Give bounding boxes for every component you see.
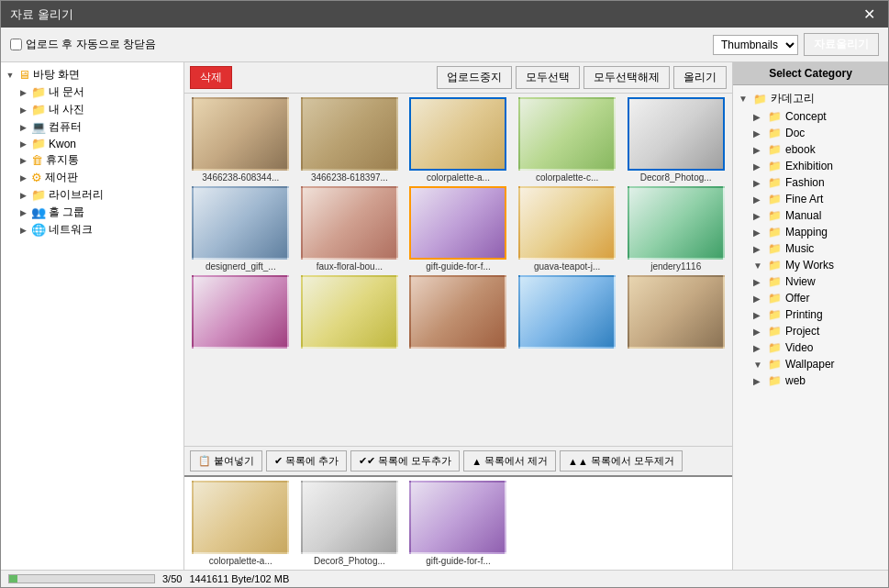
category-item[interactable]: ▼ 📁 My Works bbox=[751, 257, 884, 273]
select-all-button[interactable]: 모두선택 bbox=[516, 66, 580, 89]
bottom-image-cell[interactable]: colorpalette-a... bbox=[188, 481, 294, 566]
cat-expand-icon: ▼ bbox=[753, 360, 764, 370]
close-button[interactable]: ✕ bbox=[860, 6, 879, 23]
cat-expand-icon: ▶ bbox=[753, 178, 764, 188]
tree-item-documents[interactable]: ▶ 📁 내 문서 bbox=[17, 83, 180, 101]
cat-item-label: My Works bbox=[785, 259, 834, 272]
category-item[interactable]: ▶ 📁 Concept bbox=[751, 108, 884, 125]
tree-item-group[interactable]: ▶ 👥 홀 그룹 bbox=[17, 204, 180, 221]
category-item[interactable]: ▶ 📁 Doc bbox=[751, 125, 884, 141]
cat-item-label: Doc bbox=[785, 127, 805, 139]
auto-close-checkbox-label[interactable]: 업로드 후 자동으로 창닫음 bbox=[10, 37, 156, 52]
image-cell[interactable] bbox=[515, 275, 620, 350]
image-cell[interactable] bbox=[188, 275, 294, 350]
image-grid: 3466238-608344... 3466238-618397... colo… bbox=[188, 97, 728, 350]
expand-icon: ▶ bbox=[17, 207, 28, 218]
add-all-to-list-button[interactable]: ✔✔ 목록에 모두추가 bbox=[350, 450, 460, 472]
tree-item-trash[interactable]: ▶ 🗑 휴지통 bbox=[17, 151, 180, 169]
remove-icon: ▲ bbox=[472, 456, 482, 467]
category-item[interactable]: ▶ 📁 Nview bbox=[751, 273, 884, 290]
cat-expand-icon: ▶ bbox=[753, 343, 764, 353]
deselect-all-button[interactable]: 모두선택해제 bbox=[583, 66, 670, 89]
upload-button[interactable]: 자료올리기 bbox=[804, 33, 879, 56]
image-cell[interactable]: colorpalette-c... bbox=[515, 97, 620, 183]
cat-folder-icon: 📁 bbox=[768, 259, 782, 272]
image-cell[interactable]: designerd_gift_... bbox=[188, 186, 294, 272]
upload-files-button[interactable]: 올리기 bbox=[673, 66, 727, 89]
tree-item-network[interactable]: ▶ 🌐 네트워크 bbox=[17, 221, 180, 239]
image-thumbnail bbox=[409, 97, 506, 171]
expand-icon: ▶ bbox=[17, 190, 28, 201]
cat-expand-icon: ▶ bbox=[753, 327, 764, 337]
image-cell[interactable]: jendery1116 bbox=[623, 186, 728, 272]
image-cell[interactable]: gift-guide-for-f... bbox=[406, 186, 511, 272]
svg-rect-8 bbox=[521, 188, 614, 258]
cat-item-label: Manual bbox=[785, 209, 821, 222]
cat-item-label: Concept bbox=[785, 110, 827, 123]
category-item[interactable]: ▶ 📁 Fine Art bbox=[751, 191, 884, 207]
cat-item-label: Mapping bbox=[785, 226, 828, 239]
image-label: gift-guide-for-f... bbox=[426, 556, 491, 566]
expand-icon: ▶ bbox=[17, 87, 28, 98]
cat-folder-icon: 📁 bbox=[768, 209, 782, 222]
category-item[interactable]: ▼ 📁 Wallpaper bbox=[751, 356, 884, 372]
image-browser: 삭제 업로드중지 모두선택 모두선택해제 올리기 3466238-608344.… bbox=[184, 62, 732, 570]
tree-item-control[interactable]: ▶ ⚙ 제어판 bbox=[17, 169, 180, 186]
category-item[interactable]: ▶ 📁 Mapping bbox=[751, 224, 884, 240]
paste-button[interactable]: 📋 붙여넣기 bbox=[190, 450, 262, 472]
image-cell[interactable]: 3466238-618397... bbox=[297, 97, 403, 183]
desktop-label: 바탕 화면 bbox=[33, 67, 80, 83]
delete-button[interactable]: 삭제 bbox=[190, 66, 232, 89]
category-item[interactable]: ▶ 📁 Music bbox=[751, 240, 884, 257]
image-thumbnail bbox=[409, 481, 506, 554]
item-label: Kwon bbox=[49, 138, 76, 150]
main-window: 자료 올리기 ✕ 업로드 후 자동으로 창닫음 Thumbnails 자료올리기… bbox=[0, 0, 889, 588]
category-item[interactable]: ▶ 📁 Printing bbox=[751, 306, 884, 323]
auto-close-checkbox[interactable] bbox=[10, 39, 22, 50]
image-cell[interactable]: guava-teapot-j... bbox=[515, 186, 620, 272]
item-label: 네트워크 bbox=[49, 222, 93, 238]
stop-upload-button[interactable]: 업로드중지 bbox=[437, 66, 512, 89]
bottom-image-cell[interactable]: gift-guide-for-f... bbox=[406, 481, 511, 566]
category-item[interactable]: ▶ 📁 Video bbox=[751, 339, 884, 356]
expand-icon: ▶ bbox=[17, 105, 28, 116]
expand-icon: ▶ bbox=[17, 122, 28, 133]
image-cell[interactable]: Decor8_Photog... bbox=[623, 97, 728, 183]
view-mode-select[interactable]: Thumbnails bbox=[713, 35, 798, 55]
image-cell[interactable]: faux-floral-bou... bbox=[297, 186, 403, 272]
image-cell[interactable]: 3466238-608344... bbox=[188, 97, 294, 183]
image-label: gift-guide-for-f... bbox=[426, 261, 491, 272]
category-item[interactable]: ▶ 📁 Exhibition bbox=[751, 158, 884, 174]
image-cell[interactable] bbox=[406, 275, 511, 350]
category-item[interactable]: ▶ 📁 Offer bbox=[751, 290, 884, 306]
image-cell[interactable] bbox=[623, 275, 728, 350]
cat-expand-icon: ▶ bbox=[753, 277, 764, 287]
image-cell[interactable] bbox=[297, 275, 403, 350]
category-item[interactable]: ▶ 📁 ebook bbox=[751, 141, 884, 158]
tree-item-photos[interactable]: ▶ 📁 내 사진 bbox=[17, 101, 180, 118]
image-thumbnail bbox=[192, 186, 289, 260]
browser-toolbar: 삭제 업로드중지 모두선택 모두선택해제 올리기 bbox=[184, 62, 732, 94]
category-item[interactable]: ▶ 📁 web bbox=[751, 372, 884, 389]
tree-item-library[interactable]: ▶ 📁 라이브러리 bbox=[17, 186, 180, 204]
image-label: Decor8_Photog... bbox=[314, 556, 385, 566]
tree-item-kwon[interactable]: ▶ 📁 Kwon bbox=[17, 136, 180, 151]
remove-all-from-list-button[interactable]: ▲▲ 목록에서 모두제거 bbox=[560, 450, 683, 472]
svg-rect-10 bbox=[194, 277, 287, 347]
remove-from-list-button[interactable]: ▲ 목록에서 제거 bbox=[463, 450, 556, 472]
tree-root[interactable]: ▼ 🖥 바탕 화면 bbox=[5, 66, 180, 83]
cat-item-label: Fine Art bbox=[785, 193, 823, 205]
category-root-item[interactable]: ▼ 📁 카데고리 bbox=[737, 89, 884, 108]
tree-item-computer[interactable]: ▶ 💻 컴퓨터 bbox=[17, 118, 180, 136]
add-to-list-button[interactable]: ✔ 목록에 추가 bbox=[266, 450, 347, 472]
category-item[interactable]: ▶ 📁 Fashion bbox=[751, 174, 884, 191]
cat-expand-icon: ▶ bbox=[753, 128, 764, 139]
bottom-image-cell[interactable]: Decor8_Photog... bbox=[297, 481, 403, 566]
image-cell[interactable]: colorpalette-a... bbox=[406, 97, 511, 183]
image-thumbnail bbox=[518, 186, 616, 260]
title-bar: 자료 올리기 ✕ bbox=[1, 1, 888, 28]
category-item[interactable]: ▶ 📁 Project bbox=[751, 323, 884, 339]
cat-expand-icon: ▶ bbox=[753, 310, 764, 320]
cat-folder-icon: 📁 bbox=[768, 242, 782, 255]
category-item[interactable]: ▶ 📁 Manual bbox=[751, 207, 884, 224]
